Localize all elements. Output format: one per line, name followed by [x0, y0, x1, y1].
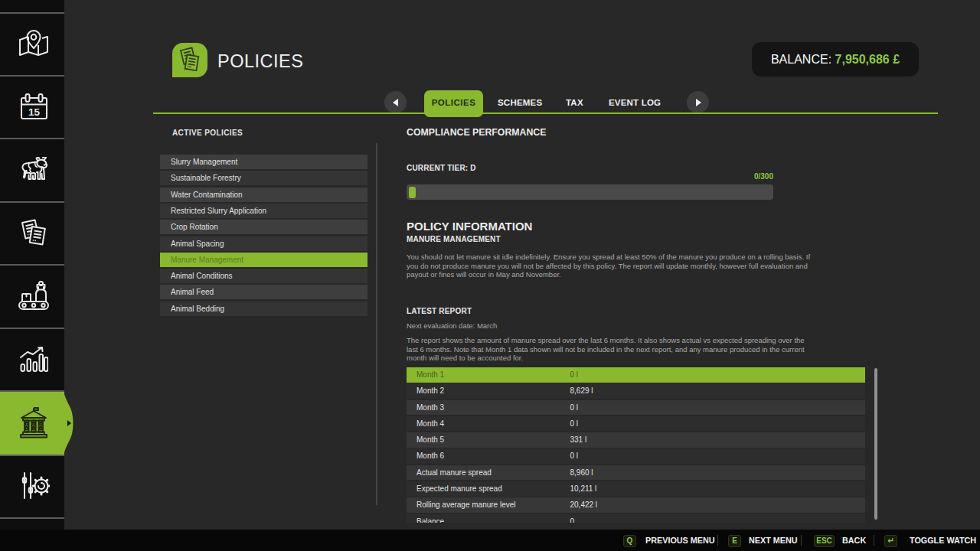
svg-text:15: 15 — [28, 106, 41, 118]
